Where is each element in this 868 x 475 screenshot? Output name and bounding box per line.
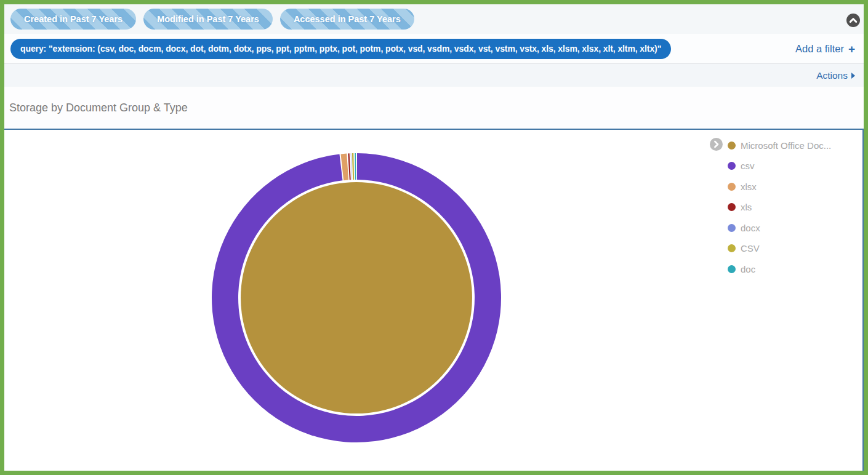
slice-doc[interactable]: [355, 153, 356, 180]
slice-CSV[interactable]: [352, 153, 354, 180]
legend-label: docx: [741, 223, 760, 233]
legend-item-xlsx[interactable]: xlsx: [710, 179, 858, 194]
legend-color-dot: [728, 203, 736, 211]
legend-label: CSV: [741, 243, 760, 253]
chart-legend: Microsoft Office Doc...csvxlsxxlsdocxCSV…: [710, 138, 858, 282]
panel-header: Storage by Document Group & Type: [4, 87, 864, 130]
add-filter-button[interactable]: Add a filter +: [795, 43, 855, 55]
legend-color-dot: [728, 224, 736, 232]
slice-xls[interactable]: [348, 153, 350, 180]
legend-label: xlsx: [741, 182, 757, 192]
legend-label: xls: [741, 202, 752, 212]
add-filter-label: Add a filter: [795, 43, 844, 55]
slice-docx[interactable]: [351, 153, 352, 180]
plus-icon: +: [848, 43, 855, 55]
slice-inner-microsoft-office-doc-[interactable]: [241, 182, 472, 413]
legend-label: doc: [741, 264, 755, 274]
legend-item-csv[interactable]: csv: [710, 159, 858, 174]
legend-color-dot: [728, 142, 736, 150]
legend-item-docx[interactable]: docx: [710, 220, 858, 235]
chevron-up-icon: [846, 14, 860, 27]
legend-label: Microsoft Office Doc...: [741, 140, 831, 151]
chart-panel: Microsoft Office Doc...csvxlsxxlsdocxCSV…: [4, 130, 864, 471]
legend-color-dot: [728, 265, 736, 273]
legend-color-dot: [728, 183, 736, 191]
storage-analyzer-window: Created in Past 7 Years Modified in Past…: [0, 0, 868, 475]
legend-color-dot: [728, 244, 736, 252]
legend-color-dot: [728, 162, 736, 170]
filter-pill-created[interactable]: Created in Past 7 Years: [10, 9, 136, 30]
legend-item-xls[interactable]: xls: [710, 200, 858, 215]
actions-bar: Actions: [4, 63, 864, 87]
collapse-panel-button[interactable]: [846, 14, 860, 27]
legend-item-Microsoft-Office-Doc-[interactable]: Microsoft Office Doc...: [710, 138, 858, 153]
legend-item-doc[interactable]: doc: [710, 261, 858, 276]
filter-pill-modified[interactable]: Modified in Past 7 Years: [143, 9, 273, 30]
filter-bar: Created in Past 7 Years Modified in Past…: [4, 4, 864, 34]
caret-right-icon: [851, 73, 855, 79]
legend-label: csv: [741, 161, 755, 171]
expand-chevron-right-icon[interactable]: [710, 138, 723, 151]
page-title: Storage by Document Group & Type: [9, 102, 188, 114]
query-filter-pill[interactable]: query: "extension: (csv, doc, docm, docx…: [10, 39, 671, 59]
actions-label: Actions: [816, 70, 848, 81]
filter-pill-accessed[interactable]: Accessed in Past 7 Years: [280, 9, 414, 30]
actions-menu-button[interactable]: Actions: [816, 70, 855, 81]
query-bar: query: "extension: (csv, doc, docm, docx…: [4, 34, 864, 63]
legend-item-CSV[interactable]: CSV: [710, 241, 858, 256]
